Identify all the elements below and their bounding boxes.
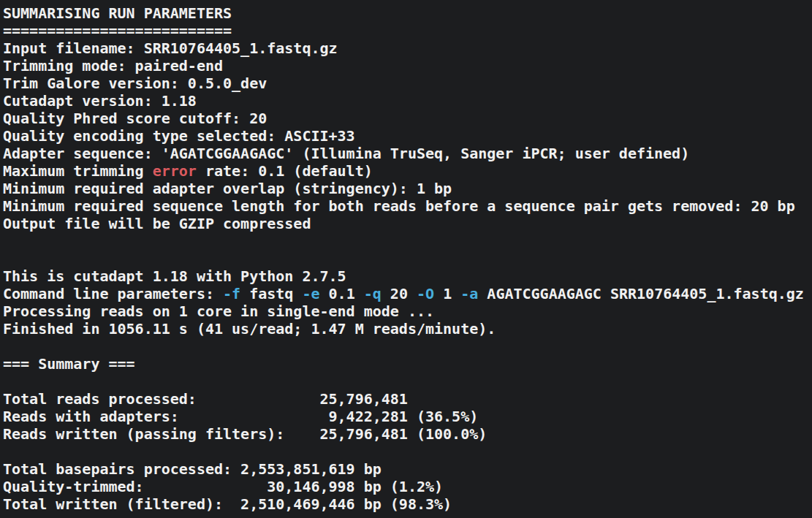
terminal-text: 0.1 bbox=[320, 285, 364, 302]
terminal-text: fastq bbox=[240, 285, 302, 302]
terminal-line: SUMMARISING RUN PARAMETERS bbox=[3, 4, 812, 22]
terminal-text: Finished in 1056.11 s (41 us/read; 1.47 … bbox=[3, 320, 496, 338]
terminal-line: Total reads processed: 25,796,481 bbox=[3, 390, 812, 408]
terminal-line: Total written (filtered): 2,510,469,446 … bbox=[3, 495, 812, 513]
terminal-text: Quality-trimmed: 30,146,998 bp (1.2%) bbox=[3, 478, 443, 495]
terminal-text: Total reads processed: 25,796,481 bbox=[3, 390, 408, 408]
terminal-text: Quality Phred score cutoff: 20 bbox=[3, 110, 267, 127]
terminal-line: Minimum required adapter overlap (string… bbox=[3, 180, 812, 197]
terminal-text: Trimming mode: paired-end bbox=[3, 57, 223, 75]
terminal-text: Processing reads on 1 core in single-end… bbox=[3, 302, 434, 320]
cli-flag-text: -f bbox=[223, 285, 240, 302]
terminal-line: Adapter sequence: 'AGATCGGAAGAGC' (Illum… bbox=[3, 145, 812, 162]
error-highlight-text: error bbox=[153, 162, 197, 180]
terminal-text: 20 bbox=[382, 285, 417, 302]
terminal-text: Quality encoding type selected: ASCII+33 bbox=[3, 127, 355, 145]
terminal-text: Maximum trimming bbox=[3, 162, 153, 180]
cli-flag-text: -q bbox=[364, 285, 382, 302]
terminal-line: Cutadapt version: 1.18 bbox=[3, 92, 812, 110]
terminal-line: Maximum trimming error rate: 0.1 (defaul… bbox=[3, 162, 812, 180]
terminal-line bbox=[3, 373, 812, 390]
terminal-line: Quality encoding type selected: ASCII+33 bbox=[3, 127, 812, 145]
terminal-text: 1 bbox=[434, 285, 460, 302]
terminal-text: Total written (filtered): 2,510,469,446 … bbox=[3, 495, 452, 513]
cli-flag-text: -O bbox=[417, 285, 434, 302]
terminal-text: Adapter sequence: 'AGATCGGAAGAGC' (Illum… bbox=[3, 145, 689, 162]
terminal-text: Command line parameters: bbox=[3, 285, 223, 302]
terminal-line bbox=[3, 250, 812, 267]
terminal-line: Processing reads on 1 core in single-end… bbox=[3, 302, 812, 320]
terminal-line: === Summary === bbox=[3, 355, 812, 373]
terminal-text: Trim Galore version: 0.5.0_dev bbox=[3, 75, 267, 92]
terminal-line: Quality-trimmed: 30,146,998 bp (1.2%) bbox=[3, 478, 812, 495]
terminal-text: SUMMARISING RUN PARAMETERS bbox=[3, 4, 232, 22]
terminal-line: ========================== bbox=[3, 22, 812, 39]
terminal-text: Cutadapt version: 1.18 bbox=[3, 92, 197, 110]
terminal-text: rate: 0.1 (default) bbox=[197, 162, 373, 180]
terminal-line bbox=[3, 338, 812, 355]
terminal-line: Finished in 1056.11 s (41 us/read; 1.47 … bbox=[3, 320, 812, 338]
terminal-screen: SUMMARISING RUN PARAMETERS==============… bbox=[0, 0, 812, 518]
terminal-text: Output file will be GZIP compressed bbox=[3, 215, 311, 232]
terminal-line: Quality Phred score cutoff: 20 bbox=[3, 110, 812, 127]
terminal-text: ========================== bbox=[3, 22, 232, 39]
terminal-line: Command line parameters: -f fastq -e 0.1… bbox=[3, 285, 812, 302]
terminal-line: Minimum required sequence length for bot… bbox=[3, 197, 812, 215]
terminal-text: Minimum required sequence length for bot… bbox=[3, 197, 795, 215]
terminal-text: AGATCGGAAGAGC SRR10764405_1.fastq.gz bbox=[478, 285, 804, 302]
terminal-text: Total basepairs processed: 2,553,851,619… bbox=[3, 460, 382, 478]
terminal-line: Trimming mode: paired-end bbox=[3, 57, 812, 75]
terminal-text: This is cutadapt 1.18 with Python 2.7.5 bbox=[3, 267, 346, 285]
terminal-text: Reads with adapters: 9,422,281 (36.5%) bbox=[3, 408, 478, 425]
terminal-line: Reads written (passing filters): 25,796,… bbox=[3, 425, 812, 443]
cli-flag-text: -a bbox=[460, 285, 478, 302]
terminal-text: Reads written (passing filters): 25,796,… bbox=[3, 425, 487, 443]
terminal-line bbox=[3, 232, 812, 250]
terminal-line bbox=[3, 443, 812, 460]
terminal-line: Reads with adapters: 9,422,281 (36.5%) bbox=[3, 408, 812, 425]
cli-flag-text: -e bbox=[302, 285, 319, 302]
terminal-line: Total basepairs processed: 2,553,851,619… bbox=[3, 460, 812, 478]
terminal-text: Input filename: SRR10764405_1.fastq.gz bbox=[3, 39, 338, 57]
terminal-line: Trim Galore version: 0.5.0_dev bbox=[3, 75, 812, 92]
terminal-line: This is cutadapt 1.18 with Python 2.7.5 bbox=[3, 267, 812, 285]
terminal-line: Input filename: SRR10764405_1.fastq.gz bbox=[3, 39, 812, 57]
terminal-text: Minimum required adapter overlap (string… bbox=[3, 180, 452, 197]
terminal-text: === Summary === bbox=[3, 355, 135, 373]
terminal-line: Output file will be GZIP compressed bbox=[3, 215, 812, 232]
